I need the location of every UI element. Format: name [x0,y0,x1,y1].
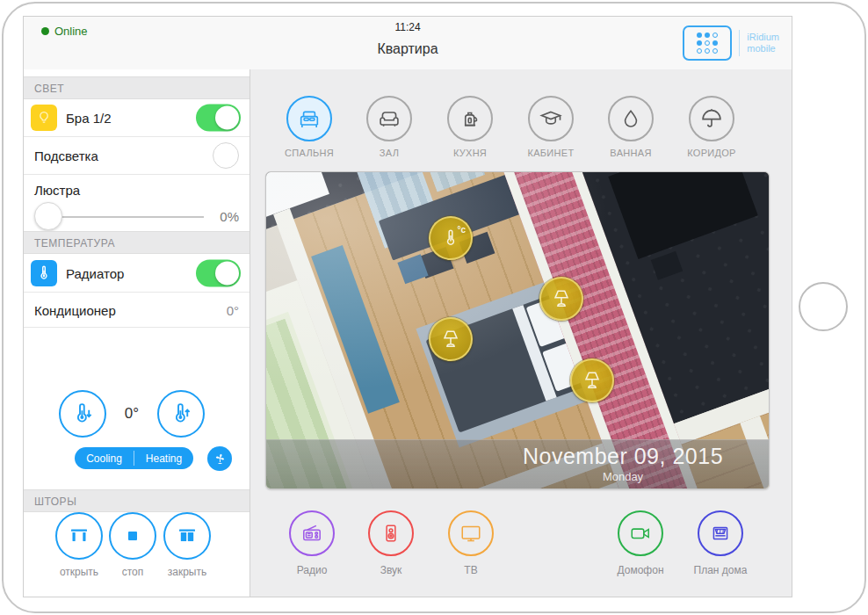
lustra-slider-knob[interactable] [34,202,62,230]
intercom-button-group: Домофон [607,510,674,576]
app-screen: Online 11:24 Квартира iRidium mobile СВЕ… [23,16,792,597]
date-overlay: November 09, 2015 Monday [266,439,769,489]
radiator-icon [31,260,57,286]
curtain-stop-label: стоп [122,566,144,578]
tv-button-label[interactable]: ТВ [464,564,477,576]
temperature-setpoint: 0° [108,405,156,423]
lustra-slider[interactable]: 0% [24,201,250,231]
umbrella-icon[interactable] [689,96,734,141]
page-title: Квартира [24,41,792,57]
section-header-temperature: ТЕМПЕРАТУРА [24,231,250,254]
bra-toggle[interactable] [196,105,241,132]
floorplan-image[interactable]: °c November 09, 2015 Monday [265,171,770,489]
radio-button-label[interactable]: Радио [297,564,328,576]
tv-button[interactable] [448,510,494,556]
cooling-segment[interactable]: Cooling [75,447,134,469]
water-drop-icon[interactable] [608,96,654,141]
temp-up-button[interactable] [157,390,205,438]
sofa-icon[interactable] [366,96,412,141]
graduation-cap-icon[interactable] [528,96,574,141]
curtain-stop: стоп [105,512,161,578]
curtain-stop-button[interactable] [109,512,156,560]
speaker-icon [380,522,402,545]
wall-lamp-icon [31,105,57,131]
curtain-open: открыть [51,512,107,578]
row-lustra: Люстра 0% [24,175,250,231]
sidebar: СВЕТ Бра 1/2 Подсветка Люстра 0% [24,69,250,597]
curtain-open-label: открыть [60,566,98,578]
section-header-curtains: ШТОРЫ [24,489,250,512]
tab-office-label[interactable]: КАБИНЕТ [528,148,575,158]
curtain-open-button[interactable] [55,512,103,560]
iridium-logo: iRidium mobile [683,25,779,61]
tab-corridor[interactable]: КОРИДОР [681,96,742,158]
row-radiator: Радиатор [24,254,250,293]
lustra-slider-value: 0% [220,209,239,224]
iridium-logo-text: iRidium mobile [747,32,779,54]
row-radiator-label: Радиатор [66,265,124,280]
main-area: СПАЛЬНЯ ЗАЛ КУХНЯ КАБИНЕТ [250,69,792,597]
row-conditioner: Кондиционер 0° [24,293,250,328]
tv-button-group: ТВ [438,510,504,576]
heating-segment[interactable]: Heating [134,447,193,469]
curtain-close-label: закрыть [168,566,206,578]
lamp-badge-1[interactable] [539,277,583,321]
tab-livingroom-label[interactable]: ЗАЛ [380,148,399,158]
temperature-sensor-badge[interactable]: °c [429,216,473,260]
mode-segmented-control[interactable]: Cooling Heating [75,447,193,469]
row-bra: Бра 1/2 [24,99,250,137]
intercom-button-label[interactable]: Домофон [617,564,663,576]
fan-button[interactable] [207,446,232,471]
kettle-icon[interactable] [447,96,493,141]
sound-button[interactable] [368,510,414,556]
radio-icon [300,522,323,545]
lamp-badge-2[interactable] [429,317,473,361]
radiator-toggle[interactable] [196,259,241,286]
tab-bedroom[interactable]: СПАЛЬНЯ [278,96,340,158]
radio-button[interactable] [289,510,335,556]
podsvetka-toggle[interactable] [213,142,239,169]
video-camera-icon [629,522,652,545]
home-button[interactable] [799,282,848,331]
houseplan-button-group: План дома [687,510,754,576]
row-conditioner-label: Кондиционер [34,302,116,317]
lamp-badge-3[interactable] [570,358,614,402]
intercom-button[interactable] [618,510,663,556]
date-text: November 09, 2015 [486,444,760,469]
tab-kitchen-label[interactable]: КУХНЯ [453,148,487,158]
sound-button-group: Звук [358,510,424,576]
tab-bathroom-label[interactable]: ВАННАЯ [610,148,651,158]
tv-icon [459,522,482,545]
tab-livingroom[interactable]: ЗАЛ [358,96,420,158]
clock: 11:24 [24,21,792,33]
tab-bedroom-label[interactable]: СПАЛЬНЯ [285,148,334,158]
top-bar: Online 11:24 Квартира iRidium mobile [24,17,792,70]
bed-icon[interactable] [286,96,332,141]
conditioner-value: 0° [227,302,239,317]
curtain-close-button[interactable] [163,512,211,560]
tab-office[interactable]: КАБИНЕТ [520,96,582,158]
houseplan-button[interactable] [698,510,743,556]
row-bra-label: Бра 1/2 [66,111,112,126]
ipad-mockup: Online 11:24 Квартира iRidium mobile СВЕ… [0,0,868,615]
temperature-sensor-unit: °c [457,225,466,235]
tab-kitchen[interactable]: КУХНЯ [439,96,501,158]
iridium-logo-icon [683,25,732,61]
section-header-light: СВЕТ [24,76,250,99]
weekday-text: Monday [486,470,760,483]
tab-bathroom[interactable]: ВАННАЯ [600,96,662,158]
radio-button-group: Радио [278,510,345,576]
curtain-close: закрыть [159,512,215,578]
sound-button-label[interactable]: Звук [380,564,402,576]
tab-corridor-label[interactable]: КОРИДОР [687,148,736,158]
row-podsvetka-label: Подсветка [34,148,98,163]
temp-down-button[interactable] [59,390,106,438]
house-plan-icon [709,522,732,545]
houseplan-button-label[interactable]: План дома [694,564,748,576]
row-lustra-label: Люстра [34,183,80,198]
row-podsvetka: Подсветка [24,137,250,175]
